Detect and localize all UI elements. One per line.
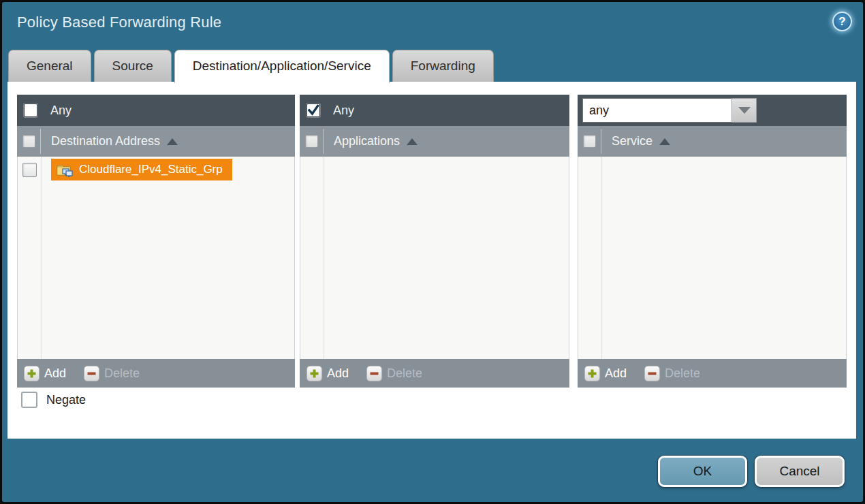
service-mode-dropdown[interactable]: any xyxy=(582,98,757,123)
delete-label: Delete xyxy=(104,366,140,381)
destination-any-checkbox[interactable] xyxy=(24,104,37,117)
tab-bar: General Source Destination/Application/S… xyxy=(8,50,494,82)
address-group-icon xyxy=(57,163,74,177)
add-label: Add xyxy=(327,366,349,381)
applications-add-button[interactable]: Add xyxy=(306,366,349,381)
applications-list xyxy=(300,157,569,359)
delete-minus-icon xyxy=(366,366,382,381)
tab-source[interactable]: Source xyxy=(94,50,172,82)
delete-label: Delete xyxy=(665,366,700,381)
tab-destination-application-service[interactable]: Destination/Application/Service xyxy=(174,50,390,83)
row-checkbox[interactable] xyxy=(22,163,37,177)
destination-any-bar: Any xyxy=(17,95,295,126)
delete-minus-icon xyxy=(84,366,99,381)
service-toolbar: Add Delete xyxy=(578,359,847,388)
destination-any-label: Any xyxy=(50,104,72,118)
service-add-button[interactable]: Add xyxy=(584,366,627,381)
table-row[interactable]: Cloudflare_IPv4_Static_Grp xyxy=(18,157,294,183)
applications-header-label: Applications xyxy=(334,134,400,148)
negate-label: Negate xyxy=(46,393,86,407)
sort-ascending-icon xyxy=(407,138,418,145)
negate-option: Negate xyxy=(21,392,86,408)
applications-column-header[interactable]: Applications xyxy=(300,126,569,157)
service-delete-button[interactable]: Delete xyxy=(644,366,700,381)
delete-label: Delete xyxy=(387,366,422,381)
applications-any-bar: Any xyxy=(300,95,569,126)
applications-delete-button[interactable]: Delete xyxy=(366,366,422,381)
applications-any-label: Any xyxy=(333,104,354,118)
dropdown-button[interactable] xyxy=(732,98,757,123)
tab-forwarding[interactable]: Forwarding xyxy=(392,50,494,82)
ok-button[interactable]: OK xyxy=(658,456,747,487)
delete-minus-icon xyxy=(644,366,660,381)
sort-ascending-icon xyxy=(167,138,178,145)
service-column: any Service Add xyxy=(578,95,847,388)
add-label: Add xyxy=(44,366,66,381)
destination-address-name: Cloudflare_IPv4_Static_Grp xyxy=(79,163,223,176)
destination-column-header[interactable]: Destination Address xyxy=(17,126,295,157)
service-header-label: Service xyxy=(612,134,652,148)
chevron-down-icon xyxy=(738,107,751,114)
destination-address-column: Any Destination Address xyxy=(17,95,295,388)
tab-content-panel: Any Destination Address xyxy=(7,82,856,439)
tab-general[interactable]: General xyxy=(8,50,91,82)
destination-list: Cloudflare_IPv4_Static_Grp xyxy=(17,157,295,359)
add-plus-icon xyxy=(584,366,600,381)
add-plus-icon xyxy=(24,366,40,381)
dialog-title: Policy Based Forwarding Rule xyxy=(17,14,221,31)
add-plus-icon xyxy=(306,366,322,381)
destination-add-button[interactable]: Add xyxy=(24,366,66,381)
applications-column: Any Applications Add D xyxy=(300,95,569,388)
destination-delete-button[interactable]: Delete xyxy=(84,366,140,381)
add-label: Add xyxy=(605,366,627,381)
destination-select-all-checkbox xyxy=(22,135,35,148)
destination-header-label: Destination Address xyxy=(51,134,160,148)
applications-toolbar: Add Delete xyxy=(300,359,569,388)
negate-checkbox[interactable] xyxy=(21,392,37,408)
service-any-bar: any xyxy=(578,95,847,126)
destination-toolbar: Add Delete xyxy=(17,359,295,388)
service-select-all-checkbox xyxy=(583,135,596,148)
applications-any-checkbox[interactable] xyxy=(306,104,320,117)
service-list xyxy=(578,157,847,359)
applications-select-all-checkbox xyxy=(305,135,318,148)
sort-ascending-icon xyxy=(659,138,670,145)
policy-based-forwarding-rule-dialog: Policy Based Forwarding Rule ? General S… xyxy=(0,0,865,504)
destination-address-item[interactable]: Cloudflare_IPv4_Static_Grp xyxy=(51,159,232,180)
service-mode-value[interactable]: any xyxy=(582,98,732,123)
check-mark-icon xyxy=(307,104,319,116)
cancel-button[interactable]: Cancel xyxy=(755,456,845,487)
service-column-header[interactable]: Service xyxy=(578,126,847,157)
help-icon[interactable]: ? xyxy=(832,12,852,31)
